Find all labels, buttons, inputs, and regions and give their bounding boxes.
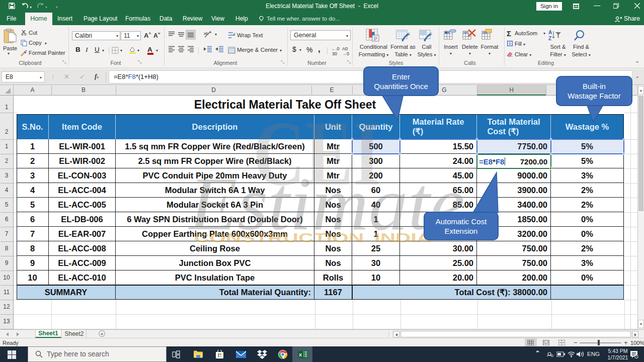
svg-text:A: A <box>548 30 552 35</box>
svg-text:X: X <box>299 352 302 357</box>
svg-text:ab: ab <box>204 31 208 36</box>
svg-text:Z: Z <box>548 36 551 41</box>
